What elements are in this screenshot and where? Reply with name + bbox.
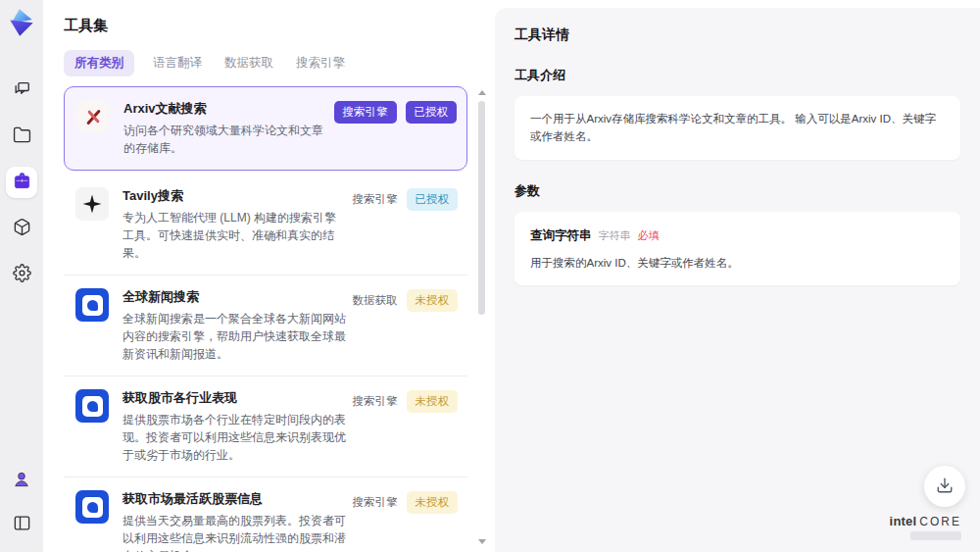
- tool-card[interactable]: 全球新闻搜索 全球新闻搜索是一个聚合全球各大新闻网站内容的搜索引擎，帮助用户快速…: [64, 276, 467, 376]
- tool-list: Arxiv文献搜索 访问各个研究领域大量科学论文和文章的存储库。 搜索引擎 已授…: [64, 86, 467, 552]
- list-scrollbar[interactable]: [477, 90, 486, 544]
- sidebar-item-account[interactable]: [6, 465, 37, 496]
- auth-status-badge: 已授权: [406, 101, 458, 124]
- scroll-down-arrow[interactable]: [478, 539, 486, 544]
- tool-name: 获取市场最活跃股票信息: [122, 490, 347, 508]
- tool-detail-panel: 工具详情 工具介绍 一个用于从Arxiv存储库搜索科学论文和文章的工具。 输入可…: [495, 8, 980, 552]
- app-window: 工具集 所有类别 语言翻译 数据获取 搜索引擎 Arxiv文献搜索 访问各个研究…: [0, 0, 980, 552]
- tool-icon: [75, 389, 109, 423]
- sidebar-item-tools[interactable]: [6, 167, 37, 198]
- category-badge: 搜索引擎: [353, 390, 398, 413]
- tool-card[interactable]: Arxiv文献搜索 访问各个研究领域大量科学论文和文章的存储库。 搜索引擎 已授…: [64, 86, 467, 171]
- category-tabs: 所有类别 语言翻译 数据获取 搜索引擎: [64, 50, 467, 76]
- tool-description: 全球新闻搜索是一个聚合全球各大新闻网站内容的搜索引擎，帮助用户快速获取全球最新资…: [122, 310, 347, 363]
- category-badge: 搜索引擎: [353, 491, 398, 514]
- category-tab[interactable]: 搜索引擎: [292, 50, 349, 76]
- download-button[interactable]: [924, 466, 965, 507]
- sidebar-item-settings[interactable]: [6, 259, 37, 290]
- auth-status-badge: 未授权: [407, 491, 459, 514]
- category-badge: 搜索引擎: [353, 188, 398, 211]
- parameter-description: 用于搜索的Arxiv ID、关键字或作者姓名。: [530, 254, 945, 272]
- tool-card[interactable]: 获取市场最活跃股票信息 提供当天交易量最高的股票列表。投资者可以利用这些信息来识…: [64, 477, 467, 552]
- tool-description: 专为人工智能代理 (LLM) 构建的搜索引擎工具。可快速提供实时、准确和真实的结…: [122, 209, 347, 262]
- tool-name: 全球新闻搜索: [122, 288, 347, 306]
- scrollbar-thumb[interactable]: [478, 101, 485, 315]
- folder-icon: [13, 125, 31, 147]
- tool-icon: [75, 288, 109, 322]
- tool-name: Tavily搜索: [122, 187, 347, 205]
- brand-core-text: core: [919, 515, 961, 528]
- brand-intel-text: intel: [890, 514, 917, 528]
- tool-list-panel: 工具集 所有类别 语言翻译 数据获取 搜索引擎 Arxiv文献搜索 访问各个研究…: [43, 0, 495, 552]
- tool-name: Arxiv文献搜索: [123, 100, 328, 118]
- auth-status-badge: 未授权: [407, 390, 459, 413]
- tool-intro-text: 一个用于从Arxiv存储库搜索科学论文和文章的工具。 输入可以是Arxiv ID…: [530, 113, 936, 142]
- tool-intro-box: 一个用于从Arxiv存储库搜索科学论文和文章的工具。 输入可以是Arxiv ID…: [514, 96, 960, 160]
- intel-core-logo: intel core: [890, 514, 961, 540]
- download-icon: [936, 477, 954, 497]
- brand-gem-logo: [7, 8, 36, 37]
- user-avatar-icon: [12, 470, 31, 492]
- sidebar: [0, 0, 43, 552]
- detail-title: 工具详情: [514, 26, 960, 44]
- category-tab[interactable]: 数据获取: [220, 50, 277, 76]
- sidebar-item-files[interactable]: [6, 121, 37, 152]
- tool-name: 获取股市各行业表现: [122, 389, 347, 407]
- category-tab[interactable]: 语言翻译: [149, 50, 206, 76]
- parameter-box: 查询字符串 字符串 必填 用于搜索的Arxiv ID、关键字或作者姓名。: [514, 212, 960, 285]
- auth-status-badge: 已授权: [407, 188, 459, 211]
- gear-icon: [13, 264, 31, 285]
- brand-subtext: [910, 531, 961, 540]
- scroll-up-arrow[interactable]: [478, 90, 486, 95]
- parameter-type: 字符串: [599, 227, 631, 245]
- category-tab[interactable]: 所有类别: [64, 50, 134, 76]
- tool-card[interactable]: 获取股市各行业表现 提供股票市场各个行业在特定时间段内的表现。投资者可以利用这些…: [64, 376, 467, 477]
- sidebar-item-packages[interactable]: [6, 213, 37, 244]
- briefcase-icon: [13, 172, 31, 193]
- tool-icon: [75, 187, 109, 221]
- chat-icon: [13, 79, 31, 101]
- parameter-name: 查询字符串: [530, 226, 592, 245]
- auth-status-badge: 未授权: [407, 289, 459, 312]
- intro-heading: 工具介绍: [514, 67, 960, 84]
- tool-card[interactable]: Tavily搜索 专为人工智能代理 (LLM) 构建的搜索引擎工具。可快速提供实…: [64, 175, 467, 276]
- sidebar-collapse-button[interactable]: [6, 509, 37, 540]
- tool-description: 提供当天交易量最高的股票列表。投资者可以利用这些信息来识别流动性强的股票和潜在的…: [122, 512, 347, 552]
- tool-icon: [75, 490, 109, 524]
- cube-icon: [13, 218, 31, 239]
- sidebar-item-chat[interactable]: [6, 75, 37, 106]
- tool-icon: [76, 100, 110, 133]
- parameter-required-badge: 必填: [638, 227, 660, 245]
- panel-collapse-icon: [13, 514, 31, 535]
- tool-description: 访问各个研究领域大量科学论文和文章的存储库。: [123, 122, 328, 157]
- params-heading: 参数: [514, 182, 960, 200]
- page-title: 工具集: [64, 17, 467, 35]
- tool-description: 提供股票市场各个行业在特定时间段内的表现。投资者可以利用这些信息来识别表现优于或…: [122, 411, 347, 464]
- category-badge: 数据获取: [353, 289, 398, 312]
- category-badge: 搜索引擎: [334, 101, 397, 124]
